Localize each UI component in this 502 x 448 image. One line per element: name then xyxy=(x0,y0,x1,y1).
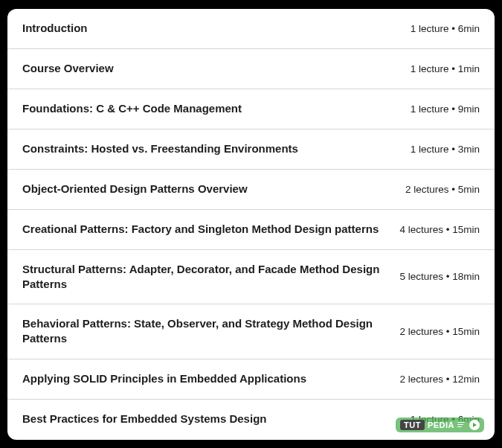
section-meta: 1 lecture • 9min xyxy=(411,103,480,115)
section-row[interactable]: Behavioral Patterns: State, Observer, an… xyxy=(7,304,495,359)
section-row[interactable]: Structural Patterns: Adapter, Decorator,… xyxy=(7,250,495,305)
section-row[interactable]: Introduction1 lecture • 6min xyxy=(7,9,495,49)
section-meta: 1 lecture • 1min xyxy=(411,63,480,74)
section-meta: 4 lectures • 15min xyxy=(399,224,480,235)
section-title: Foundations: C & C++ Code Management xyxy=(22,101,411,116)
watermark-part2: PEDIA xyxy=(428,420,454,429)
section-title: Introduction xyxy=(22,21,411,36)
section-title: Creational Patterns: Factory and Singlet… xyxy=(22,222,399,237)
section-title: Applying SOLID Principles in Embedded Ap… xyxy=(22,371,399,386)
watermark-play-icon xyxy=(469,420,480,430)
section-title: Best Practices for Embedded Systems Desi… xyxy=(22,412,411,426)
course-sections-panel: Introduction1 lecture • 6minCourse Overv… xyxy=(7,9,495,440)
section-meta: 1 lecture • 6min xyxy=(411,23,480,34)
section-meta: 2 lectures • 12min xyxy=(399,374,480,385)
watermark-lines-icon xyxy=(457,422,465,428)
watermark-part1: TUT xyxy=(400,420,425,430)
section-row[interactable]: Creational Patterns: Factory and Singlet… xyxy=(7,210,495,250)
section-meta: 2 lectures • 5min xyxy=(405,184,480,195)
section-title: Course Overview xyxy=(22,61,411,76)
section-title: Object-Oriented Design Patterns Overview xyxy=(22,182,405,196)
section-title: Behavioral Patterns: State, Observer, an… xyxy=(22,316,399,347)
section-row[interactable]: Object-Oriented Design Patterns Overview… xyxy=(7,170,495,210)
section-row[interactable]: Course Overview1 lecture • 1min xyxy=(7,49,495,89)
section-meta: 1 lecture • 3min xyxy=(411,144,480,155)
watermark-badge: TUT PEDIA xyxy=(396,417,484,432)
section-row[interactable]: Foundations: C & C++ Code Management1 le… xyxy=(7,89,495,129)
section-title: Constraints: Hosted vs. Freestanding Env… xyxy=(22,141,411,156)
section-meta: 5 lectures • 18min xyxy=(399,271,480,282)
sections-list: Introduction1 lecture • 6minCourse Overv… xyxy=(7,9,495,440)
section-title: Structural Patterns: Adapter, Decorator,… xyxy=(22,262,399,292)
section-meta: 2 lectures • 15min xyxy=(399,326,480,337)
section-row[interactable]: Constraints: Hosted vs. Freestanding Env… xyxy=(7,129,495,170)
section-row[interactable]: Applying SOLID Principles in Embedded Ap… xyxy=(7,359,495,400)
